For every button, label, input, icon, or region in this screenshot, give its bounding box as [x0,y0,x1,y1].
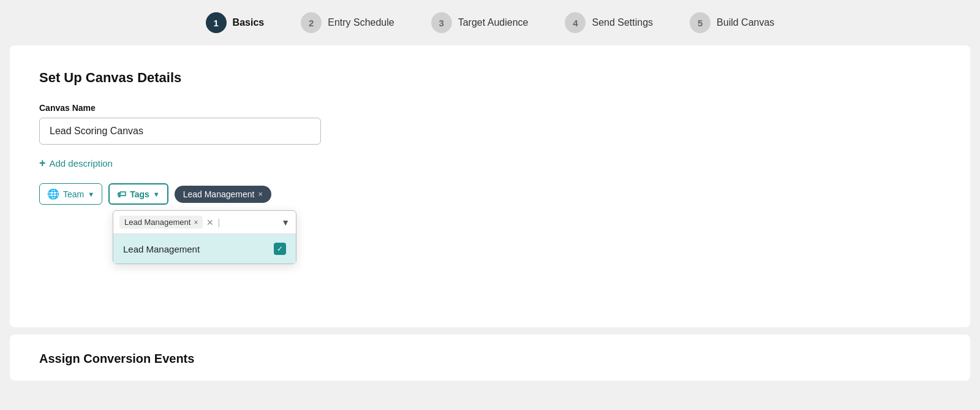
tags-row: 🌐 Team ▼ 🏷 Tags ▼ Lead Management × Lead… [39,183,941,205]
team-button-label: Team [63,189,84,199]
step-circle-4: 4 [565,12,586,33]
step-circle-2: 2 [301,12,322,33]
plus-icon: + [39,157,46,170]
step-label-build-canvas: Build Canvas [717,17,774,28]
step-circle-3: 3 [431,12,452,33]
tags-dropdown: Lead Management × ✕ | ▼ Lead Management … [113,210,296,264]
tag-badge-label: Lead Management [183,189,255,199]
dropdown-search-row: Lead Management × ✕ | ▼ [113,211,296,234]
canvas-name-label: Canvas Name [39,103,941,113]
step-circle-5: 5 [690,12,710,33]
team-chevron-icon: ▼ [88,191,94,198]
dropdown-option-label: Lead Management [123,244,200,254]
bottom-card: Assign Conversion Events [10,335,970,381]
step-label-send-settings: Send Settings [592,17,653,28]
step-circle-1: 1 [206,12,227,33]
assign-conversion-title: Assign Conversion Events [39,352,941,366]
section-title: Set Up Canvas Details [39,70,941,86]
add-description-button[interactable]: + Add description [39,157,941,170]
add-description-label: Add description [50,158,113,169]
dropdown-chevron-icon[interactable]: ▼ [281,218,290,227]
tags-button[interactable]: 🏷 Tags ▼ [108,183,168,205]
checkmark-icon: ✓ [274,243,286,255]
step-basics[interactable]: 1 Basics [206,12,265,33]
step-label-basics: Basics [233,17,265,28]
tag-badge: Lead Management × [175,186,271,203]
tags-chevron-icon: ▼ [153,191,160,198]
canvas-name-input[interactable] [39,118,321,145]
step-label-target-audience: Target Audience [458,17,529,28]
tag-icon: 🏷 [117,189,126,199]
globe-icon: 🌐 [47,188,59,200]
dropdown-clear-icon[interactable]: ✕ [206,218,214,227]
step-target-audience[interactable]: 3 Target Audience [431,12,529,33]
dropdown-divider: | [217,218,220,227]
step-label-entry-schedule: Entry Schedule [328,17,394,28]
stepper: 1 Basics 2 Entry Schedule 3 Target Audie… [0,0,980,45]
step-entry-schedule[interactable]: 2 Entry Schedule [301,12,394,33]
tag-badge-close[interactable]: × [258,189,263,199]
dropdown-pill-label: Lead Management [124,218,190,227]
dropdown-selected-pill: Lead Management × [119,216,203,229]
main-card: Set Up Canvas Details Canvas Name + Add … [10,45,970,327]
team-button[interactable]: 🌐 Team ▼ [39,183,102,205]
dropdown-pill-remove[interactable]: × [194,218,198,227]
step-send-settings[interactable]: 4 Send Settings [565,12,653,33]
dropdown-option-lead-management[interactable]: Lead Management ✓ [113,234,296,264]
tags-button-label: Tags [130,189,149,199]
step-build-canvas[interactable]: 5 Build Canvas [690,12,774,33]
